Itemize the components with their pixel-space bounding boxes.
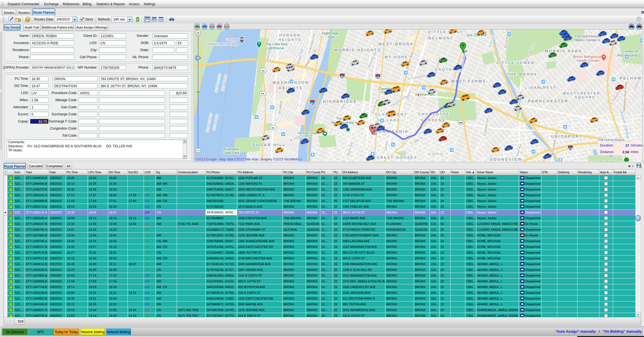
svg-text:HUDSON: HUDSON xyxy=(279,33,301,37)
svg-text:H: H xyxy=(603,55,605,58)
svg-text:95: 95 xyxy=(341,75,344,78)
svg-text:Riverbank: Riverbank xyxy=(224,147,239,151)
svg-text:PELHAM BA: PELHAM BA xyxy=(620,76,642,80)
svg-text:9A: 9A xyxy=(271,127,275,129)
svg-text:M: M xyxy=(255,115,258,119)
svg-text:SOUNDVIEW: SOUNDVIEW xyxy=(490,157,522,162)
svg-text:LITTLE ITALY: LITTLE ITALY xyxy=(428,30,463,34)
svg-text:Health Center: Health Center xyxy=(577,58,600,63)
svg-text:9A: 9A xyxy=(262,69,265,72)
svg-text:87: 87 xyxy=(311,102,314,105)
svg-text:THE BRONX: THE BRONX xyxy=(507,72,537,76)
svg-text:Bronx Behavioral: Bronx Behavioral xyxy=(573,55,602,59)
svg-text:95: 95 xyxy=(376,76,379,79)
svg-text:M: M xyxy=(282,133,284,136)
svg-text:SUGAR HILL: SUGAR HILL xyxy=(252,143,286,147)
svg-text:WEST FARMS: WEST FARMS xyxy=(451,79,486,83)
svg-text:M: M xyxy=(640,39,642,42)
svg-text:UNIONPORT: UNIONPORT xyxy=(551,134,583,139)
svg-text:278: 278 xyxy=(568,147,572,150)
svg-text:State Park: State Park xyxy=(223,151,239,155)
svg-text:BELMONT: BELMONT xyxy=(428,36,453,40)
svg-text:Highbridge: Highbridge xyxy=(322,31,339,35)
svg-text:M: M xyxy=(404,71,407,74)
svg-text:George: George xyxy=(226,37,237,42)
svg-text:M: M xyxy=(422,86,425,89)
svg-text:The Hutchinson: The Hutchinson xyxy=(575,34,601,38)
svg-text:M: M xyxy=(542,80,544,83)
svg-text:M: M xyxy=(271,106,273,109)
svg-text:M: M xyxy=(381,119,383,122)
svg-text:M: M xyxy=(564,125,566,128)
svg-text:M: M xyxy=(612,78,615,81)
svg-text:The Home Depot: The Home Depot xyxy=(597,138,624,142)
svg-text:Metro Center A.: Metro Center A. xyxy=(575,38,601,42)
svg-text:MORRIS PARK: MORRIS PARK xyxy=(545,49,582,53)
svg-text:9A: 9A xyxy=(261,92,264,95)
svg-text:WEST BRONX: WEST BRONX xyxy=(378,42,414,46)
svg-text:Park: Park xyxy=(328,35,335,39)
svg-text:895: 895 xyxy=(459,121,463,124)
svg-text:The Little Red: The Little Red xyxy=(265,42,288,46)
svg-text:SQUARE: SQUARE xyxy=(575,95,596,99)
svg-text:M: M xyxy=(625,55,628,58)
svg-text:St Raymond: St Raymond xyxy=(595,160,614,162)
svg-text:E 167th St: E 167th St xyxy=(429,152,443,156)
svg-text:Aileen B. I: Aileen B. I xyxy=(625,49,641,53)
svg-text:LITTLE YEMEN: LITTLE YEMEN xyxy=(497,61,535,65)
svg-text:M: M xyxy=(392,143,394,146)
svg-text:WESTCHESTER: WESTCHESTER xyxy=(563,91,601,95)
svg-text:MORRIS HEIGHTS: MORRIS HEIGHTS xyxy=(334,48,381,52)
svg-text:M: M xyxy=(532,150,535,153)
svg-text:PARKCHESTER: PARKCHESTER xyxy=(528,99,568,103)
svg-text:Washington Bridge: Washington Bridge xyxy=(208,42,238,46)
svg-text:M: M xyxy=(508,33,510,36)
svg-text:MT HOPE: MT HOPE xyxy=(385,55,408,59)
svg-text:M: M xyxy=(290,80,292,83)
svg-text:Recreational Com: Recreational Com xyxy=(617,53,642,57)
svg-text:HEIGHTS: HEIGHTS xyxy=(279,38,302,42)
svg-text:VAN NEST: VAN NEST xyxy=(530,85,556,89)
svg-text:Lighthouse: Lighthouse xyxy=(266,46,284,50)
svg-text:FOREST HOUSES: FOREST HOUSES xyxy=(373,156,417,160)
svg-text:HIGHBRIDGE: HIGHBRIDGE xyxy=(323,99,357,104)
svg-text:M: M xyxy=(450,148,453,152)
